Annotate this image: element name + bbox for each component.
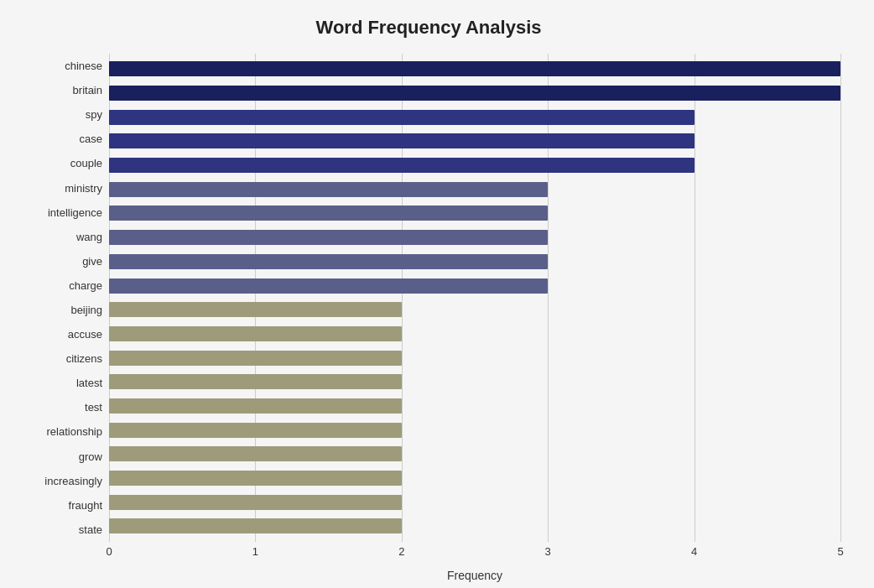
bar-row xyxy=(109,252,840,271)
x-axis-title: Frequency xyxy=(109,567,840,582)
bar-ministry xyxy=(109,182,548,197)
bar-wang xyxy=(109,230,548,245)
bar-row xyxy=(109,60,840,78)
y-label-accuse: accuse xyxy=(68,323,102,346)
bar-intelligence xyxy=(109,206,548,221)
bar-test xyxy=(109,398,402,414)
bar-charge xyxy=(109,278,548,294)
x-tick-4: 4 xyxy=(691,545,697,558)
bar-row xyxy=(109,469,840,487)
bar-increasingly xyxy=(109,471,402,486)
y-label-citizens: citizens xyxy=(66,347,102,371)
y-label-charge: charge xyxy=(69,273,102,297)
bar-row xyxy=(109,493,840,512)
y-label-chinese: chinese xyxy=(65,55,102,78)
bar-row xyxy=(109,445,840,463)
x-tick-3: 3 xyxy=(545,545,551,558)
y-label-couple: couple xyxy=(70,152,102,175)
bar-case xyxy=(109,133,695,148)
y-label-fraught: fraught xyxy=(69,493,102,517)
bar-relationship xyxy=(109,423,402,438)
x-tick-0: 0 xyxy=(106,545,112,558)
bar-row xyxy=(109,277,840,295)
bar-row xyxy=(109,228,840,247)
y-label-relationship: relationship xyxy=(47,420,103,444)
y-label-ministry: ministry xyxy=(65,176,102,200)
x-tick-2: 2 xyxy=(398,545,404,558)
bar-row xyxy=(109,517,840,535)
bar-row xyxy=(109,397,840,415)
y-label-grow: grow xyxy=(79,445,102,468)
bar-row xyxy=(109,132,840,150)
bar-row xyxy=(109,108,840,127)
y-label-increasingly: increasingly xyxy=(44,469,102,492)
y-label-test: test xyxy=(85,396,102,419)
x-axis: 012345 xyxy=(109,542,840,567)
chart-container: Word Frequency Analysis chinesebritainsp… xyxy=(0,0,874,588)
y-axis: chinesebritainspycasecoupleministryintel… xyxy=(17,54,109,542)
y-label-spy: spy xyxy=(86,103,102,127)
bar-fraught xyxy=(109,495,402,510)
chart-title: Word Frequency Analysis xyxy=(17,17,840,39)
x-tick-5: 5 xyxy=(837,545,843,558)
bar-spy xyxy=(109,110,695,125)
x-tick-1: 1 xyxy=(252,545,258,558)
bars-section xyxy=(109,54,840,542)
y-label-britain: britain xyxy=(73,79,102,102)
y-label-case: case xyxy=(80,127,102,151)
bar-row xyxy=(109,325,840,343)
bar-give xyxy=(109,254,548,269)
bar-couple xyxy=(109,158,695,173)
bar-row xyxy=(109,349,840,367)
bar-row xyxy=(109,300,840,319)
bar-beijing xyxy=(109,302,402,317)
grid-and-bars xyxy=(109,54,840,542)
y-label-intelligence: intelligence xyxy=(48,200,102,224)
y-label-beijing: beijing xyxy=(70,298,102,321)
grid-line-5 xyxy=(840,54,841,542)
bar-row xyxy=(109,156,840,174)
bar-latest xyxy=(109,374,402,389)
bar-row xyxy=(109,372,840,391)
y-label-wang: wang xyxy=(76,225,102,248)
y-label-state: state xyxy=(79,518,102,541)
bar-accuse xyxy=(109,326,402,341)
y-label-latest: latest xyxy=(76,372,102,395)
y-label-give: give xyxy=(82,249,102,273)
bar-britain xyxy=(109,86,840,101)
bar-grow xyxy=(109,446,402,461)
bars-wrapper xyxy=(109,54,840,542)
bar-state xyxy=(109,518,402,533)
bar-row xyxy=(109,204,840,222)
bar-row xyxy=(109,180,840,199)
bar-citizens xyxy=(109,351,402,366)
bar-row xyxy=(109,421,840,440)
bar-chinese xyxy=(109,61,840,76)
bar-row xyxy=(109,84,840,102)
